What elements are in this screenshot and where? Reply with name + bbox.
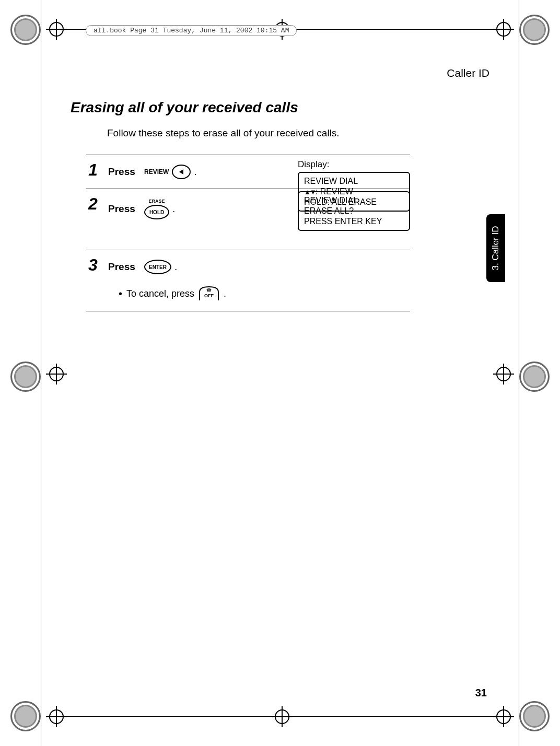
press-label: Press xyxy=(108,261,135,273)
erase-key-top-label: ERASE xyxy=(149,199,165,204)
lcd-line: PRESS ENTER KEY xyxy=(304,216,404,227)
page-content: Erasing all of your received calls Follo… xyxy=(71,99,489,311)
enter-key-icon: ENTER xyxy=(144,260,171,274)
running-head: Caller ID xyxy=(447,67,489,79)
print-registration-ring xyxy=(10,701,41,731)
lcd-display: REVIEW DIAL ERASE ALL? PRESS ENTER KEY xyxy=(298,191,410,231)
crosshair-icon xyxy=(46,19,67,40)
crosshair-icon xyxy=(493,706,514,727)
steps-list: 1 Press REVIEW . Display: REVIEW DIAL ▲▼… xyxy=(86,155,410,311)
print-registration-ring xyxy=(519,701,550,731)
print-registration-ring xyxy=(519,362,550,392)
period: . xyxy=(174,261,177,273)
print-registration-ring xyxy=(519,15,550,45)
section-intro: Follow these steps to erase all of your … xyxy=(107,127,489,139)
svg-text:☎: ☎ xyxy=(206,288,212,293)
left-arrow-key-icon xyxy=(172,165,191,179)
crop-mark xyxy=(519,0,519,746)
print-registration-ring xyxy=(10,15,41,45)
section-title: Erasing all of your received calls xyxy=(71,99,489,116)
lcd-line: REVIEW DIAL xyxy=(304,176,404,186)
cancel-instruction: • To cancel, press OFF ☎ . xyxy=(119,286,410,301)
crosshair-icon xyxy=(46,364,67,384)
crop-mark xyxy=(41,0,41,746)
enter-key-text: ENTER xyxy=(149,264,167,270)
cancel-text: To cancel, press xyxy=(126,288,194,299)
step-number: 1 xyxy=(88,160,98,180)
print-registration-ring xyxy=(10,362,41,392)
hold-key-icon: HOLD xyxy=(144,205,169,219)
display-heading: Display: xyxy=(298,159,410,170)
step-3: 3 Press ENTER . • To cancel, press OFF ☎… xyxy=(86,250,410,311)
display-column: REVIEW DIAL ERASE ALL? PRESS ENTER KEY xyxy=(298,191,410,231)
lcd-line: ERASE ALL? xyxy=(304,206,404,216)
crosshair-icon xyxy=(272,706,293,727)
crosshair-icon xyxy=(493,364,514,384)
off-key-text: OFF xyxy=(204,293,214,298)
crosshair-icon xyxy=(46,706,67,727)
period: . xyxy=(172,203,175,215)
press-label: Press xyxy=(108,203,135,215)
step-1: 1 Press REVIEW . Display: REVIEW DIAL ▲▼… xyxy=(86,155,410,189)
crosshair-icon xyxy=(493,19,514,40)
lcd-line: REVIEW DIAL xyxy=(304,195,404,206)
review-key-label: REVIEW xyxy=(144,168,169,176)
step-2: 2 Press ERASE HOLD . REVIEW DIAL ERASE A… xyxy=(86,189,410,250)
press-label: Press xyxy=(108,166,135,178)
off-key-icon: OFF ☎ xyxy=(199,286,219,301)
hold-key-text: HOLD xyxy=(149,209,164,215)
book-meta-footer: all.book Page 31 Tuesday, June 11, 2002 … xyxy=(86,25,297,36)
hold-erase-key: ERASE HOLD xyxy=(144,199,169,219)
step-instruction: Press ENTER . xyxy=(108,260,410,274)
chapter-tab-label: 3. Caller ID xyxy=(491,226,501,270)
period: . xyxy=(194,166,196,178)
page-number: 31 xyxy=(475,687,487,699)
step-number: 3 xyxy=(88,255,98,275)
period: . xyxy=(224,288,226,299)
step-number: 2 xyxy=(88,194,98,214)
